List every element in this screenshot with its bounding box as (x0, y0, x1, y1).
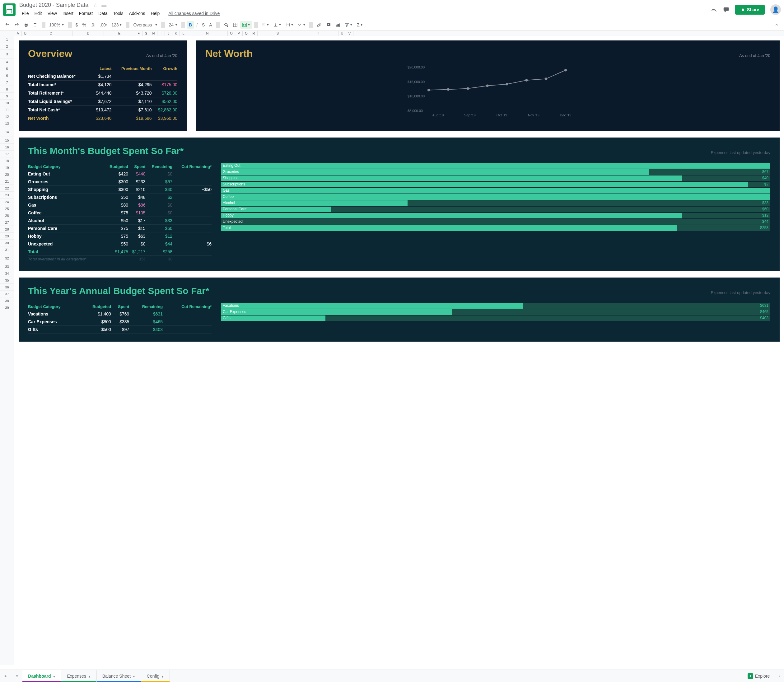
menu-tools[interactable]: Tools (111, 10, 126, 17)
fontsize-select[interactable]: 24 ▼ (167, 21, 180, 29)
decrease-decimal-button[interactable]: .0↓ (89, 21, 97, 29)
networth-asof: As end of Jan '20 (739, 53, 770, 58)
col-header[interactable]: U (338, 31, 346, 36)
activity-icon[interactable] (711, 6, 717, 13)
annual-title: This Year's Annual Budget Spent So Far* (28, 285, 209, 296)
menu-format[interactable]: Format (76, 10, 95, 17)
halign-button[interactable]: ▼ (260, 21, 271, 28)
menu-add-ons[interactable]: Add-ons (126, 10, 147, 17)
zoom-select[interactable]: 100% ▼ (47, 21, 66, 29)
svg-point-31 (545, 78, 547, 80)
bar-row: Coffee$0 (221, 194, 770, 200)
col-header[interactable]: P (235, 31, 243, 36)
col-header[interactable]: G (142, 31, 150, 36)
svg-text:$10,000.00: $10,000.00 (408, 94, 425, 98)
sheet-tab-expenses[interactable]: Expenses▼ (61, 670, 96, 682)
column-headers[interactable]: ABCDEFGHIJKLNOPQRSTUV (0, 31, 784, 36)
menu-insert[interactable]: Insert (60, 10, 76, 17)
svg-rect-3 (25, 23, 27, 24)
col-header[interactable]: Q (243, 31, 250, 36)
collapse-toolbar-button[interactable] (773, 21, 781, 28)
merge-button[interactable]: ▼ (240, 21, 252, 29)
col-header[interactable]: A (14, 31, 22, 36)
document-title[interactable]: Budget 2020 - Sample Data (19, 2, 88, 8)
svg-point-27 (467, 88, 469, 90)
sheet-tab-balance-sheet[interactable]: Balance Sheet▼ (97, 670, 141, 682)
filter-button[interactable]: ▼ (343, 21, 354, 28)
italic-button[interactable]: I (194, 21, 199, 29)
menu-help[interactable]: Help (148, 10, 163, 17)
paint-format-button[interactable] (31, 21, 40, 29)
row-headers[interactable]: 1234567891011121314151617181920212223242… (0, 36, 14, 665)
col-header[interactable]: T (298, 31, 338, 36)
col-header[interactable]: V (346, 31, 354, 36)
col-header[interactable]: I (158, 31, 165, 36)
functions-button[interactable]: Σ▼ (355, 21, 365, 29)
link-button[interactable] (315, 21, 323, 29)
toolbar: 100% ▼ $ % .0↓ .00↑ 123▼ Overpass▼ 24 ▼ … (0, 19, 784, 31)
menu-view[interactable]: View (45, 10, 59, 17)
all-sheets-button[interactable]: ≡ (11, 674, 22, 679)
undo-button[interactable] (3, 21, 12, 29)
overview-card: Overview As end of Jan '20 LatestPreviou… (19, 40, 186, 131)
account-avatar[interactable]: 👤 (770, 4, 781, 15)
annual-updated: Expenses last updated yesterday (711, 290, 770, 295)
folder-icon[interactable]: ▬ (101, 3, 107, 8)
star-icon[interactable]: ☆ (93, 3, 97, 8)
menu-edit[interactable]: Edit (32, 10, 45, 17)
col-header[interactable]: H (150, 31, 158, 36)
col-header[interactable]: E (104, 31, 135, 36)
fill-color-button[interactable] (221, 21, 230, 29)
explore-button[interactable]: ✦ Explore (743, 673, 774, 679)
monthly-bars: Eating Out$0Groceries$67Shopping$40Subsc… (221, 163, 770, 263)
svg-text:Aug '19: Aug '19 (432, 113, 444, 117)
valign-button[interactable]: ▼ (272, 21, 283, 28)
svg-point-29 (505, 83, 508, 86)
col-header[interactable]: J (165, 31, 172, 36)
insert-comment-button[interactable] (324, 21, 333, 29)
col-header[interactable]: N (187, 31, 228, 36)
sheet-canvas[interactable]: Overview As end of Jan '20 LatestPreviou… (14, 36, 784, 665)
networth-chart: $5,000.00$10,000.00$15,000.00$20,000.00A… (206, 64, 770, 123)
bar-row: Eating Out$0 (221, 163, 770, 169)
saved-status: All changes saved in Drive (166, 10, 222, 17)
col-header[interactable]: S (258, 31, 298, 36)
increase-decimal-button[interactable]: .00↑ (98, 21, 109, 29)
insert-chart-button[interactable] (333, 21, 342, 29)
share-button[interactable]: Share (735, 5, 765, 14)
redo-button[interactable] (13, 21, 21, 29)
menu-data[interactable]: Data (96, 10, 110, 17)
percent-button[interactable]: % (81, 21, 88, 29)
sheets-logo-icon[interactable] (3, 3, 16, 16)
number-format-select[interactable]: 123▼ (110, 21, 124, 29)
side-panel-toggle[interactable]: ‹ (774, 670, 784, 682)
svg-text:Oct '19: Oct '19 (497, 113, 507, 117)
add-sheet-button[interactable]: + (0, 674, 11, 679)
menu-file[interactable]: File (19, 10, 32, 17)
monthly-budget-card: This Month's Budget Spent So Far* Expens… (19, 137, 780, 271)
col-header[interactable]: F (135, 31, 142, 36)
rotate-button[interactable]: ▼ (296, 21, 308, 28)
col-header[interactable]: R (250, 31, 258, 36)
col-header[interactable]: C (29, 31, 73, 36)
svg-point-25 (427, 89, 430, 91)
strikethrough-button[interactable]: S (200, 21, 207, 29)
col-header[interactable]: K (172, 31, 180, 36)
print-button[interactable] (22, 21, 30, 29)
col-header[interactable]: B (22, 31, 29, 36)
svg-rect-20 (339, 24, 339, 26)
borders-button[interactable] (231, 21, 239, 29)
wrap-button[interactable]: ▼ (284, 21, 295, 28)
currency-button[interactable]: $ (74, 21, 80, 29)
comment-icon[interactable] (723, 6, 730, 13)
text-color-button[interactable]: A (207, 21, 214, 29)
font-select[interactable]: Overpass▼ (131, 21, 159, 29)
sheet-tab-dashboard[interactable]: Dashboard▼ (22, 670, 61, 682)
sheet-tab-config[interactable]: Config▼ (141, 670, 170, 682)
col-header[interactable]: L (180, 31, 187, 36)
col-header[interactable]: O (228, 31, 235, 36)
bar-row: Vacations$631 (221, 303, 770, 309)
bar-row: Unexpected$44 (221, 219, 770, 225)
col-header[interactable]: D (73, 31, 104, 36)
bold-button[interactable]: B (187, 21, 194, 29)
